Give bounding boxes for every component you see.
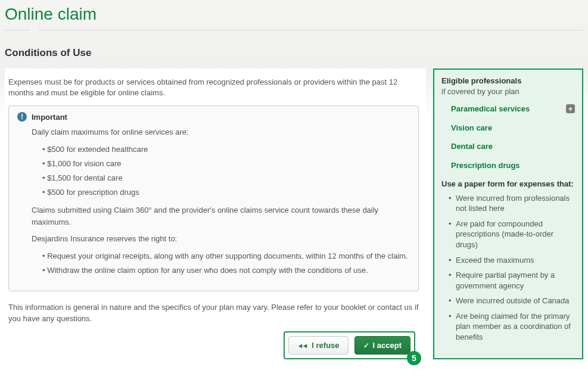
list-item: $1,000 for vision care bbox=[42, 158, 410, 170]
list-item: Were incurred outside of Canada bbox=[450, 296, 575, 306]
disclaimer-text: This information is general in nature an… bbox=[8, 302, 419, 325]
intro-text: Expenses must be for products or service… bbox=[8, 77, 419, 98]
list-item: $500 for extended healthcare bbox=[42, 144, 410, 156]
section-heading: Conditions of Use bbox=[0, 30, 588, 69]
check-icon: ✓ bbox=[363, 341, 369, 350]
paper-form-heading: Use a paper form for expenses that: bbox=[441, 179, 575, 189]
limits-intro: Daily claim maximums for online services… bbox=[32, 126, 410, 138]
list-item: $500 for prescription drugs bbox=[42, 187, 410, 198]
action-button-zone: ◄◄ I refuse ✓ I accept 5 bbox=[284, 331, 415, 359]
sidebar-item-label: Dental care bbox=[451, 141, 493, 152]
refuse-label: I refuse bbox=[312, 341, 339, 350]
sidebar-item-label: Paramedical services bbox=[451, 104, 530, 114]
sidebar-panel: Eligible professionals if covered by you… bbox=[433, 69, 583, 359]
accept-button[interactable]: ✓ I accept bbox=[354, 336, 410, 355]
accept-label: I accept bbox=[373, 341, 402, 350]
limits-list: $500 for extended healthcare $1,000 for … bbox=[32, 144, 410, 199]
back-icon: ◄◄ bbox=[297, 342, 307, 349]
list-item: Withdraw the online claim option for any… bbox=[42, 265, 410, 276]
important-box: ! Important Daily claim maximums for onl… bbox=[8, 105, 419, 291]
sidebar-item-paramedical[interactable]: Paramedical services + bbox=[451, 104, 575, 114]
rights-list: Request your original receipts, along wi… bbox=[32, 250, 410, 276]
expand-icon[interactable]: + bbox=[566, 104, 575, 113]
step-badge: 5 bbox=[407, 351, 421, 365]
list-item: Are being claimed for the primary plan m… bbox=[450, 311, 575, 343]
refuse-button[interactable]: ◄◄ I refuse bbox=[288, 336, 349, 355]
list-item: Are paid for compounded prescriptions (m… bbox=[450, 219, 575, 250]
page-title: Online claim bbox=[0, 0, 588, 30]
sidebar-subheading: if covered by your plan bbox=[441, 86, 575, 97]
list-item: $1,500 for dental care bbox=[42, 172, 410, 184]
divider bbox=[5, 30, 583, 30]
list-item: Were incurred from professionals not lis… bbox=[450, 193, 575, 214]
claims-note: Claims submitted using Claim 360° and th… bbox=[32, 204, 410, 228]
list-item: Require partial payment by a government … bbox=[450, 270, 575, 291]
rights-intro: Desjardins Insurance reserves the right … bbox=[32, 233, 410, 245]
info-icon: ! bbox=[17, 112, 27, 122]
sidebar-item-label: Prescription drugs bbox=[451, 160, 520, 171]
sidebar-item-label: Vision care bbox=[451, 123, 492, 133]
sidebar-item-vision[interactable]: Vision care bbox=[451, 123, 575, 133]
list-item: Exceed the maximums bbox=[450, 255, 575, 266]
paper-form-list: Were incurred from professionals not lis… bbox=[441, 193, 575, 343]
sidebar-item-dental[interactable]: Dental care bbox=[451, 141, 575, 152]
important-title: Important bbox=[32, 113, 67, 122]
sidebar-item-prescription[interactable]: Prescription drugs bbox=[451, 160, 575, 171]
list-item: Request your original receipts, along wi… bbox=[42, 250, 410, 262]
main-panel: Expenses must be for products or service… bbox=[5, 69, 426, 359]
sidebar-heading: Eligible professionals bbox=[441, 76, 575, 86]
